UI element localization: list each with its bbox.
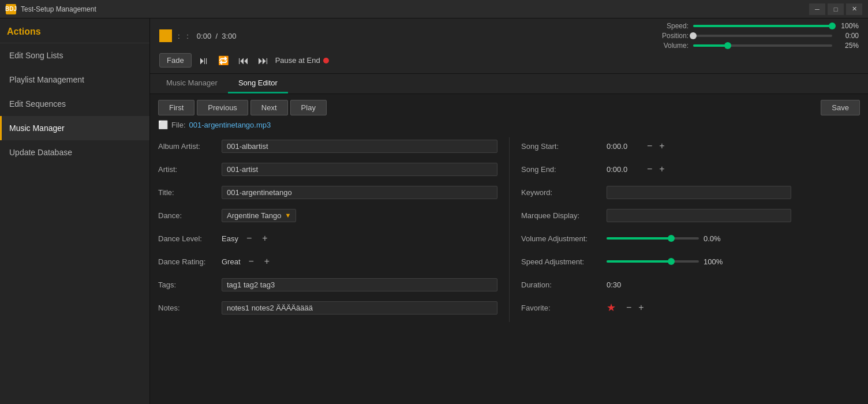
artist-input[interactable] <box>222 163 497 176</box>
album-artist-input[interactable] <box>222 140 497 153</box>
volume-slider-thumb <box>724 42 731 49</box>
file-name[interactable]: 001-argentinetango.mp3 <box>189 121 271 129</box>
marquee-input[interactable] <box>607 209 791 222</box>
pause-at-end-container: Pause at End <box>275 56 329 65</box>
first-button[interactable]: First <box>158 100 194 115</box>
title-bar-controls: ─ □ ✕ <box>809 3 862 15</box>
favorite-decrement[interactable]: − <box>625 302 633 313</box>
speed-adj-value: 100% <box>704 257 723 266</box>
speed-label: Speed: <box>651 22 689 30</box>
dance-rating-increment[interactable]: + <box>262 256 272 267</box>
maximize-button[interactable]: □ <box>828 3 844 15</box>
speed-value: 100% <box>837 22 859 30</box>
fade-button[interactable]: Fade <box>159 53 192 68</box>
speed-adj-slider-container: 100% <box>607 257 860 266</box>
title-label: Title: <box>158 188 222 197</box>
play-button[interactable]: Play <box>290 100 327 115</box>
song-start-decrement[interactable]: − <box>646 141 653 151</box>
favorite-increment[interactable]: + <box>637 302 645 313</box>
tags-label: Tags: <box>158 280 222 289</box>
tab-song-editor[interactable]: Song Editor <box>228 74 288 93</box>
previous-button[interactable]: Previous <box>197 100 248 115</box>
favorite-row: Favorite: ★ − + <box>521 299 860 316</box>
dance-level-increment[interactable]: + <box>260 233 270 244</box>
pause-at-end-dot[interactable] <box>323 58 329 63</box>
speed-adj-slider[interactable] <box>607 260 699 263</box>
dance-dropdown-arrow: ▼ <box>285 212 291 219</box>
song-end-label: Song End: <box>521 165 602 174</box>
position-slider-track[interactable] <box>693 35 832 37</box>
file-label: File: <box>171 121 186 129</box>
right-column: Song Start: 0:00.0 − + Song End: 0:00.0 … <box>509 137 860 322</box>
title-input[interactable] <box>222 186 497 199</box>
dance-level-stepper: Easy − + <box>222 233 270 244</box>
dance-level-value: Easy <box>222 234 238 243</box>
song-end-increment[interactable]: + <box>658 164 665 174</box>
keyword-row: Keyword: <box>521 184 860 201</box>
speed-slider-thumb <box>829 23 836 29</box>
app-icon: BDJ <box>6 4 16 14</box>
player-controls-right: Speed: 100% Position: <box>651 22 859 50</box>
close-button[interactable]: ✕ <box>846 3 862 15</box>
play-pause-button[interactable]: ⏯ <box>196 54 211 67</box>
volume-adj-row: Volume Adjustment: 0.0% <box>521 230 860 247</box>
volume-slider-track[interactable] <box>693 44 832 47</box>
dance-rating-decrement[interactable]: − <box>246 256 256 267</box>
notes-label: Notes: <box>158 304 222 312</box>
sidebar-item-edit-song-lists[interactable]: Edit Song Lists <box>0 43 149 68</box>
volume-slider-fill <box>693 44 728 47</box>
dance-row: Dance: Argentine Tango ▼ <box>158 207 497 224</box>
speed-adj-row: Speed Adjustment: 100% <box>521 253 860 270</box>
player-bar: : : 0:00 / 3:00 Speed: 100% <box>150 18 868 74</box>
song-start-value: 0:00.0 <box>607 142 641 151</box>
duration-row: Duration: 0:30 <box>521 276 860 293</box>
dance-rating-stepper: Great − + <box>222 256 272 267</box>
notes-input[interactable] <box>222 301 497 315</box>
favorite-star[interactable]: ★ <box>607 301 616 314</box>
dance-rating-label: Dance Rating: <box>158 257 222 266</box>
sidebar-item-playlist-management[interactable]: Playlist Management <box>0 68 149 92</box>
song-end-value: 0:00.0 <box>607 165 641 174</box>
file-row: ⬜ File: 001-argentinetango.mp3 <box>158 120 860 129</box>
sidebar-item-update-database[interactable]: Update Database <box>0 140 149 164</box>
player-status-indicator <box>159 29 172 42</box>
minimize-button[interactable]: ─ <box>809 3 825 15</box>
album-artist-label: Album Artist: <box>158 142 222 151</box>
next-button[interactable]: Next <box>250 100 288 115</box>
volume-adj-slider[interactable] <box>607 237 699 240</box>
keyword-label: Keyword: <box>521 188 602 197</box>
sidebar-item-edit-sequences[interactable]: Edit Sequences <box>0 92 149 116</box>
form-grid: Album Artist: Artist: Title: Dance: <box>158 137 860 322</box>
dance-level-decrement[interactable]: − <box>244 233 254 244</box>
volume-value: 25% <box>837 42 859 50</box>
title-row: Title: <box>158 184 497 201</box>
volume-label: Volume: <box>651 42 689 50</box>
song-end-decrement[interactable]: − <box>646 164 653 174</box>
keyword-input[interactable] <box>607 186 791 199</box>
volume-adj-label: Volume Adjustment: <box>521 234 602 243</box>
title-bar-text: Test-Setup Management <box>21 5 809 13</box>
tab-music-manager[interactable]: Music Manager <box>156 74 228 93</box>
player-top: : : 0:00 / 3:00 Speed: 100% <box>159 22 859 50</box>
speed-slider-fill <box>693 25 832 27</box>
nav-buttons-row: First Previous Next Play Save <box>158 100 860 115</box>
save-button[interactable]: Save <box>821 100 860 115</box>
position-slider-thumb <box>690 32 697 39</box>
song-start-increment[interactable]: + <box>658 141 665 151</box>
duration-label: Duration: <box>521 280 602 289</box>
sidebar-item-music-manager[interactable]: Music Manager <box>0 116 149 140</box>
favorite-label: Favorite: <box>521 304 602 312</box>
file-icon: ⬜ <box>158 120 168 129</box>
skip-back-button[interactable]: ⏮ <box>236 54 251 67</box>
transport-row: Fade ⏯ 🔁 ⏮ ⏭ Pause at End <box>159 51 859 69</box>
tags-input[interactable] <box>222 278 497 291</box>
position-slider-row: Position: 0:00 <box>651 32 859 40</box>
dance-rating-row: Dance Rating: Great − + <box>158 253 497 270</box>
player-elapsed: 0:00 / 3:00 <box>197 32 237 40</box>
speed-slider-track[interactable] <box>693 25 832 27</box>
volume-adj-value: 0.0% <box>704 234 721 243</box>
dance-dropdown[interactable]: Argentine Tango ▼ <box>222 209 296 222</box>
repeat-button[interactable]: 🔁 <box>216 55 231 66</box>
marquee-row: Marquee Display: <box>521 207 860 224</box>
skip-forward-button[interactable]: ⏭ <box>256 54 271 67</box>
